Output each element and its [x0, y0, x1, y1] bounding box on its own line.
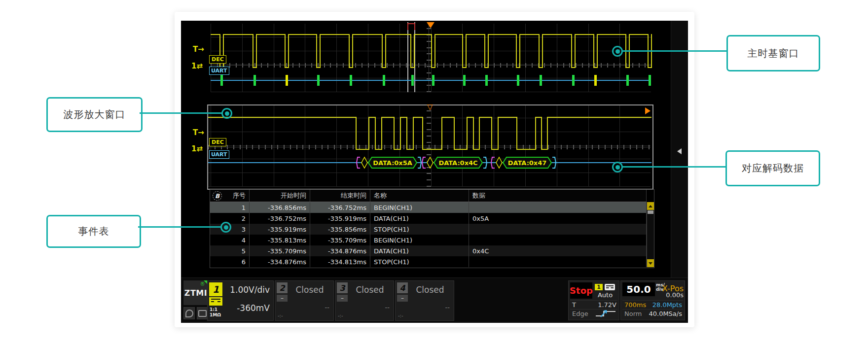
trigger-level-label-main[interactable]: T→: [193, 46, 204, 53]
dec-label-zoom[interactable]: DEC: [209, 138, 226, 146]
column-header-3: 名称: [370, 190, 469, 202]
event-row[interactable]: 5-335.709ms-334.876msDATA(CH1)0x4C: [210, 245, 647, 256]
trigger-sweep-mode: Auto: [593, 291, 617, 299]
callout-line-decode-data: [622, 166, 725, 168]
event-table: 序号开始时间结束时间名称数据B 1-336.856ms-336.752msBEG…: [210, 189, 654, 268]
zoom-right-edge-marker[interactable]: [645, 107, 651, 114]
event-cell: -336.752ms: [310, 202, 370, 213]
event-cell: DATA(CH1): [370, 245, 469, 256]
sample-rate: 40.0MSa/s: [649, 310, 682, 317]
channel-number-badge: 1: [209, 282, 222, 296]
uart-data-label: DATA:0x5A: [373, 159, 412, 167]
vertical-offset: -360mV: [237, 303, 270, 313]
trigger-level-label-zoom[interactable]: T→: [193, 129, 204, 137]
trigger-status-block[interactable]: Stop 1 Auto T 1.72V Edge: [568, 280, 619, 320]
input-impedance: 1MΩ: [210, 312, 221, 317]
scroll-up-button[interactable]: [647, 202, 654, 210]
coupling-placeholder: –: [397, 295, 408, 302]
event-cell: -336.856ms: [250, 202, 310, 213]
volts-per-div: 1.00V/div: [230, 285, 270, 295]
event-cell: -335.709ms: [310, 235, 370, 245]
event-cell: -336.752ms: [250, 213, 310, 224]
event-cell: -334.876ms: [310, 245, 370, 256]
event-cell: -335.813ms: [250, 235, 310, 245]
uart-startbit-diamond: [427, 157, 433, 168]
channel-4-block[interactable]: 4–Closed---:-: [395, 280, 454, 321]
bus-icon[interactable]: B: [213, 191, 222, 201]
ch1-marker-zoom[interactable]: 1⇄: [191, 145, 203, 153]
touchpad-icon: [198, 310, 207, 317]
channel-value-placeholder: --: [325, 304, 329, 311]
event-cell: -334.876ms: [250, 256, 310, 267]
ch1-marker-main[interactable]: 1⇄: [191, 63, 203, 70]
channel-sub-placeholder: -:-: [398, 313, 403, 318]
expand-menu-arrow[interactable]: [677, 148, 682, 154]
trigger-position-marker[interactable]: [427, 22, 434, 28]
column-header-2: 结束时间: [310, 190, 370, 202]
event-cell: -334.813ms: [310, 256, 370, 267]
trigger-type: Edge: [572, 310, 588, 317]
channel-number-badge: 2: [277, 282, 288, 293]
oscilloscope-screen: DATA:0x5ADATA:0x4CDATA:0x47 ▽ T→ DEC 1⇄ …: [181, 21, 688, 323]
event-cell: 4: [210, 235, 250, 245]
event-row[interactable]: 3-335.919ms-335.856msSTOP(CH1): [210, 224, 647, 235]
column-header-4: 数据: [469, 190, 647, 202]
status-bar: ZTMI ® 11:11MΩ1.00V/div-360mV2–Closed---…: [181, 277, 688, 323]
event-cell: [469, 202, 647, 213]
zoom-trigger-marker-icon[interactable]: ▽: [427, 104, 433, 110]
callout-decode-data: 对应解码数据: [725, 150, 820, 186]
uart-label-main[interactable]: UART: [209, 67, 229, 75]
channel-3-block[interactable]: 3–Closed---:-: [335, 280, 394, 321]
channel-value-placeholder: --: [385, 304, 390, 311]
event-cell: [469, 256, 647, 267]
event-cell: 6: [210, 256, 250, 267]
callout-event-table: 事件表: [46, 215, 141, 248]
event-row[interactable]: 1-336.856ms-336.752msBEGIN(CH1): [210, 202, 647, 213]
channel-2-block[interactable]: 2–Closed---:-: [275, 280, 334, 321]
dc-coupling-icon: [209, 297, 222, 306]
event-cell: STOP(CH1): [370, 224, 469, 235]
event-cell: -335.856ms: [310, 224, 370, 235]
callout-dot-zoom-window: [221, 108, 232, 119]
probe-ratio: 1:1: [210, 307, 217, 312]
pointer-icon: [185, 310, 193, 317]
event-cell: 0x5A: [469, 213, 647, 224]
event-table-scrollbar[interactable]: [647, 202, 654, 267]
channel-value-placeholder: --: [445, 304, 450, 311]
event-row[interactable]: 4-335.813ms-335.709msBEGIN(CH1): [210, 235, 647, 245]
event-row[interactable]: 2-336.752ms-335.919msDATA(CH1)0x5A: [210, 213, 647, 224]
rising-edge-icon: [595, 310, 616, 317]
trigger-level-key: T: [572, 301, 576, 309]
acquire-mode: Norm: [624, 310, 642, 317]
uart-startbit-diamond: [362, 157, 367, 168]
channel-1-block[interactable]: 11:11MΩ1.00V/div-360mV: [207, 280, 274, 321]
channel-status: Closed: [410, 285, 450, 295]
callout-line-main-timebase: [622, 50, 726, 52]
timebase-scale: 50.0: [622, 282, 655, 296]
event-row[interactable]: 6-334.876ms-334.813msSTOP(CH1): [210, 256, 647, 267]
timebase-status-block[interactable]: 50.0 ms/ div X-Pos 0.00s 700ms 28.0Mpts …: [620, 280, 685, 320]
scroll-thumb[interactable]: [648, 210, 653, 214]
event-cell: -335.919ms: [310, 213, 370, 224]
event-cell: [469, 235, 647, 245]
capture-window: 700ms: [624, 301, 646, 309]
acquisition-state: Stop: [570, 282, 592, 299]
uart-label-zoom[interactable]: UART: [209, 150, 229, 159]
channel-sub-placeholder: -:-: [278, 313, 283, 318]
column-header-1: 开始时间: [250, 190, 310, 202]
touch-gesture-button[interactable]: [197, 307, 208, 319]
callout-line-zoom-window: [140, 112, 222, 114]
xpos-value: 0.00s: [666, 291, 684, 299]
channel-status: Closed: [290, 285, 329, 295]
uart-data-label: DATA:0x4C: [438, 159, 477, 167]
trigger-level-value: 1.72V: [598, 301, 616, 309]
event-cell: BEGIN(CH1): [370, 235, 469, 245]
channel-number-badge: 4: [397, 282, 408, 293]
page: DATA:0x5ADATA:0x4CDATA:0x47 ▽ T→ DEC 1⇄ …: [0, 0, 868, 345]
coupling-placeholder: –: [337, 295, 348, 302]
dec-label-main[interactable]: DEC: [209, 55, 226, 64]
scroll-down-button[interactable]: [647, 259, 654, 267]
event-cell: DATA(CH1): [370, 213, 469, 224]
event-cell: [469, 224, 647, 235]
touch-lock-button[interactable]: [183, 307, 195, 319]
